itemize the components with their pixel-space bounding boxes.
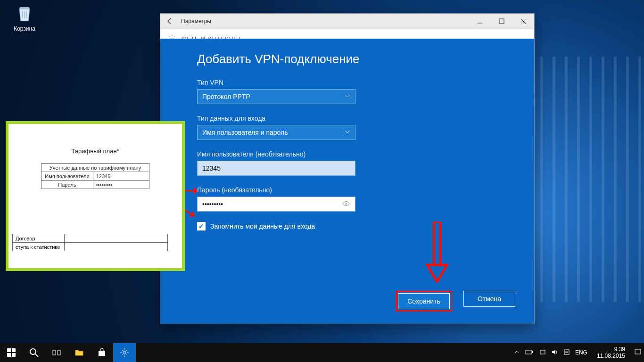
doc-user-val: 12345 <box>93 172 149 181</box>
svg-line-15 <box>35 354 38 357</box>
vpn-panel: Добавить VPN-подключение Тип VPN Протоко… <box>160 39 534 324</box>
svg-rect-11 <box>12 348 16 352</box>
chevron-down-icon <box>345 129 350 136</box>
doc-table-title: Учетные данные по тарифному плану <box>41 164 149 172</box>
window-title: Параметры <box>179 18 211 25</box>
checkbox-checked-icon: ✓ <box>197 222 206 230</box>
svg-rect-1 <box>499 19 504 24</box>
system-tray: ENG 9:39 11.08.2015 <box>511 346 644 359</box>
recycle-bin-label: Корзина <box>8 25 41 32</box>
svg-rect-18 <box>99 351 105 356</box>
vpn-user-value: 12345 <box>202 165 221 172</box>
recycle-bin-icon <box>14 3 35 24</box>
tray-chevron-up-icon[interactable] <box>514 349 520 356</box>
doc-credentials-table: Учетные данные по тарифному плану Имя по… <box>41 163 149 189</box>
svg-rect-27 <box>635 349 641 354</box>
vpn-type-label: Тип VPN <box>197 79 497 86</box>
doc-lower-row2: ступа к статистике <box>13 243 65 251</box>
minimize-button[interactable] <box>469 14 491 29</box>
svg-rect-10 <box>7 348 11 352</box>
volume-icon[interactable] <box>552 349 558 356</box>
network-icon[interactable] <box>539 349 546 356</box>
maximize-button[interactable] <box>491 14 512 29</box>
svg-rect-12 <box>7 353 11 357</box>
save-button-highlight: Сохранить <box>396 291 452 312</box>
vpn-type-value: Протокол PPTP <box>202 93 250 100</box>
vpn-type-select[interactable]: Протокол PPTP <box>197 89 355 104</box>
svg-rect-16 <box>53 350 56 355</box>
svg-rect-22 <box>540 350 545 354</box>
vpn-auth-label: Тип данных для входа <box>197 115 497 122</box>
vpn-auth-value: Имя пользователя и пароль <box>202 129 288 136</box>
vpn-user-input[interactable]: 12345 <box>197 161 355 176</box>
vpn-title: Добавить VPN-подключение <box>197 52 497 66</box>
doc-pass-val: ••••••••• <box>93 181 149 189</box>
svg-marker-23 <box>552 350 555 354</box>
svg-rect-13 <box>12 353 16 357</box>
settings-window: Параметры СЕТЬ И ИНТЕРНЕТ Добавить VPN-п… <box>160 13 535 324</box>
task-view-button[interactable] <box>45 343 68 362</box>
svg-rect-20 <box>526 350 532 354</box>
doc-user-key: Имя пользователя <box>41 172 93 181</box>
svg-point-3 <box>346 203 347 204</box>
action-center-icon[interactable] <box>635 349 641 357</box>
start-button[interactable] <box>0 343 23 362</box>
file-explorer-button[interactable] <box>68 343 91 362</box>
reveal-password-icon[interactable] <box>342 199 350 209</box>
search-button[interactable] <box>23 343 45 362</box>
doc-heading: Тарифный план* <box>12 148 178 155</box>
cancel-button[interactable]: Отмена <box>463 291 515 307</box>
settings-taskbar-button[interactable] <box>113 343 136 362</box>
save-button[interactable]: Сохранить <box>398 293 450 309</box>
svg-point-19 <box>123 351 126 354</box>
svg-rect-17 <box>58 350 60 355</box>
taskbar: ENG 9:39 11.08.2015 <box>0 343 644 362</box>
doc-pass-key: Пароль <box>41 181 93 189</box>
back-button[interactable] <box>160 14 179 29</box>
vpn-pass-value: ••••••••• <box>202 200 223 208</box>
titlebar: Параметры <box>160 14 534 29</box>
recycle-bin[interactable]: Корзина <box>8 3 41 32</box>
battery-icon[interactable] <box>525 349 534 356</box>
store-button[interactable] <box>91 343 113 362</box>
vpn-auth-select[interactable]: Имя пользователя и пароль <box>197 125 355 140</box>
remember-checkbox-row[interactable]: ✓ Запомнить мои данные для входа <box>197 222 497 230</box>
language-indicator[interactable]: ENG <box>575 349 587 356</box>
vpn-pass-input[interactable]: ••••••••• <box>197 197 355 212</box>
tariff-document-card: Тарифный план* Учетные данные по тарифно… <box>6 121 185 271</box>
clock[interactable]: 9:39 11.08.2015 <box>593 346 629 359</box>
clock-date: 11.08.2015 <box>597 353 625 359</box>
vpn-pass-label: Пароль (необязательно) <box>197 186 497 194</box>
doc-lower-table: Договор ступа к статистике <box>12 234 168 251</box>
svg-rect-24 <box>564 350 569 354</box>
svg-rect-21 <box>532 351 533 353</box>
doc-lower-row1: Договор <box>13 234 65 243</box>
vpn-user-label: Имя пользователя (необязательно) <box>197 150 497 158</box>
remember-label: Запомнить мои данные для входа <box>210 222 315 230</box>
chevron-down-icon <box>345 93 350 100</box>
close-button[interactable] <box>512 14 534 29</box>
clock-time: 9:39 <box>597 346 625 353</box>
svg-point-14 <box>30 349 36 354</box>
notes-icon[interactable] <box>564 349 570 356</box>
